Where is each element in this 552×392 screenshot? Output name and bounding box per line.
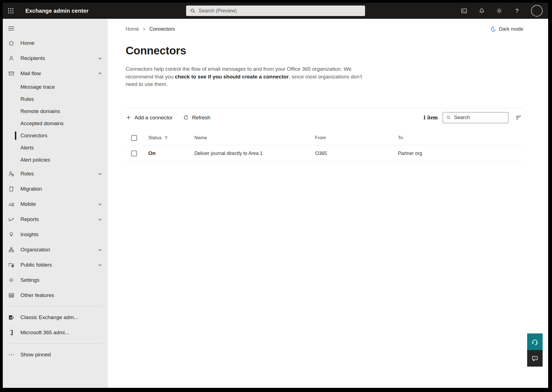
notifications-button[interactable] [478,7,485,14]
connectors-table: Status Name From To On Deliver journal d… [126,131,523,162]
sidebar-item-label: Home [20,40,35,46]
sidebar-divider [8,343,102,344]
dark-mode-toggle[interactable]: Dark mode [490,26,523,32]
column-header-to[interactable]: To [398,135,523,141]
microsoft-365-logo-icon [8,329,15,336]
chevron-down-icon [98,248,102,252]
classic-exchange-logo-icon: E [8,314,15,321]
list-search-input[interactable] [454,115,505,120]
topbar-icon-group: ? [460,5,548,17]
sidebar-item-reports[interactable]: Reports [3,212,108,227]
sidebar-item-roles[interactable]: Roles [3,166,108,181]
global-search-input[interactable] [199,8,361,14]
filter-button[interactable] [514,113,523,122]
sidebar-item-home[interactable]: Home [3,35,108,51]
sidebar-item-label: Other features [20,292,54,298]
migration-icon [8,186,15,192]
bell-icon [478,7,485,14]
sidebar-item-label: Remote domains [20,108,60,114]
breadcrumb: Home Connectors [126,26,175,32]
feedback-button[interactable] [527,350,543,367]
sidebar-divider [8,306,102,306]
refresh-button[interactable]: Refresh [183,115,210,121]
column-header-status[interactable]: Status [148,135,162,141]
sidebar-item-microsoft-365-admin[interactable]: Microsoft 365 admi... [3,325,108,340]
chevron-down-icon [98,217,102,222]
sidebar-item-label: Settings [20,277,39,283]
main-content: Home Connectors Dark mode Connectors Con… [108,19,548,388]
org-chart-icon [8,246,15,253]
app-launcher-button[interactable] [3,3,19,19]
table-grid-icon [8,292,15,299]
search-icon [190,8,196,14]
feedback-chat-icon [531,355,538,362]
breadcrumb-home-link[interactable]: Home [126,26,139,32]
person-icon [8,55,15,62]
list-search-box[interactable] [443,112,508,123]
sidebar-item-accepted-domains[interactable]: Accepted domains [3,117,108,130]
sidebar-item-label: Show pinned [20,352,51,358]
column-header-from[interactable]: From [315,135,398,141]
terminal-icon [461,7,468,14]
select-all-checkbox[interactable] [131,135,137,141]
moon-icon [490,26,496,32]
filter-icon [515,114,522,121]
svg-text:?: ? [515,7,518,14]
sidebar-item-connectors[interactable]: Connectors [3,130,108,142]
page-description: Connectors help control the flow of emai… [126,65,364,88]
connector-status: On [148,150,194,156]
table-row[interactable]: On Deliver journal directly to Area 1 O3… [126,145,523,162]
sidebar-item-alerts[interactable]: Alerts [3,142,108,154]
sidebar-item-other-features[interactable]: Other features [3,288,108,303]
gear-icon [496,7,503,14]
column-header-name[interactable]: Name [194,135,315,141]
support-button[interactable] [527,333,543,350]
sidebar-item-rules[interactable]: Rules [3,93,108,105]
chevron-right-icon [142,27,146,31]
sidebar-item-label: Rules [20,96,34,102]
sidebar-item-alert-policies[interactable]: Alert policies [3,154,108,166]
sidebar-item-public-folders[interactable]: Public folders [3,257,108,272]
sidebar-item-show-pinned[interactable]: Show pinned [3,347,108,362]
sidebar-item-migration[interactable]: Migration [3,181,108,196]
cloud-shell-button[interactable] [460,7,468,14]
sort-ascending-icon[interactable] [164,136,168,140]
roles-icon [8,170,15,177]
global-search-box[interactable] [186,6,365,16]
home-icon [8,40,15,46]
gear-icon [8,277,15,283]
sidebar-item-mail-flow[interactable]: Mail flow [3,66,108,81]
app-title: Exchange admin center [25,8,89,14]
connector-name[interactable]: Deliver journal directly to Area 1 [194,151,315,156]
exchange-admin-center-window: Exchange admin center [3,3,548,388]
sidebar-item-label: Microsoft 365 admi... [20,330,69,336]
chevron-up-icon [98,71,102,76]
collapse-nav-button[interactable] [3,22,19,35]
settings-button[interactable] [496,7,503,14]
create-connector-check-link[interactable]: check to see if you should create a conn… [175,74,289,80]
folder-globe-icon [8,262,15,268]
help-button[interactable]: ? [513,7,521,14]
sidebar-item-classic-exchange-admin[interactable]: E Classic Exchange adm... [3,310,108,325]
sidebar-item-label: Classic Exchange adm... [20,314,78,320]
connector-to: Partner org [398,151,523,156]
account-avatar[interactable] [531,5,543,17]
add-connector-label: Add a connector [134,115,173,121]
sidebar-item-label: Reports [20,216,39,222]
add-connector-button[interactable]: Add a connector [126,115,173,121]
sidebar-item-mobile[interactable]: Mobile [3,196,108,212]
chevron-down-icon [98,172,102,176]
sidebar-item-organization[interactable]: Organization [3,242,108,257]
sidebar-item-recipients[interactable]: Recipients [3,51,108,66]
sidebar-item-insights[interactable]: Insights [3,227,108,242]
top-app-bar: Exchange admin center [3,3,548,19]
sidebar-item-settings[interactable]: Settings [3,272,108,288]
sidebar-item-remote-domains[interactable]: Remote domains [3,105,108,117]
hamburger-icon [8,26,14,31]
mobile-devices-icon [8,201,15,207]
sidebar-item-message-trace[interactable]: Message trace [3,81,108,93]
sidebar-item-label: Public folders [20,262,52,268]
row-checkbox[interactable] [131,151,137,156]
search-icon [446,115,451,120]
sidebar-item-label: Mobile [20,201,36,207]
